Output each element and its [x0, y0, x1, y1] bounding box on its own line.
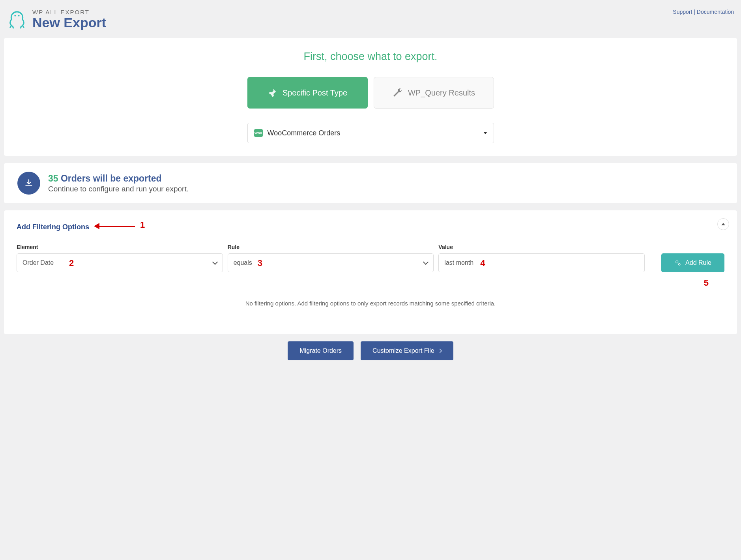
wrench-icon	[392, 88, 402, 98]
octopus-logo	[7, 9, 27, 29]
value-label: Value	[438, 244, 645, 250]
chevron-right-icon	[438, 349, 442, 353]
annotation-4: 4	[480, 258, 485, 268]
choose-panel: First, choose what to export. Specific P…	[4, 38, 737, 156]
specific-post-type-button[interactable]: Specific Post Type	[247, 77, 368, 109]
filter-heading: Add Filtering Options	[17, 223, 89, 231]
summary-title: 35 Orders will be exported	[48, 173, 189, 184]
annotation-3: 3	[258, 258, 262, 268]
gears-icon	[674, 259, 681, 266]
summary-panel: 35 Orders will be exported Continue to c…	[4, 163, 737, 203]
woo-icon: Woo	[254, 129, 263, 137]
annotation-5: 5	[704, 278, 709, 288]
migrate-orders-button[interactable]: Migrate Orders	[288, 341, 354, 360]
no-filters-text: No filtering options. Add filtering opti…	[17, 300, 724, 307]
annotation-1: 1	[140, 220, 145, 230]
collapse-button[interactable]	[717, 218, 729, 230]
summary-subtitle: Continue to configure and run your expor…	[48, 185, 189, 193]
rule-label: Rule	[228, 244, 434, 250]
support-link[interactable]: Support	[673, 9, 692, 15]
value-input[interactable]: last month 4	[438, 253, 645, 272]
brand-label: WP ALL EXPORT	[32, 9, 106, 15]
pin-icon	[268, 88, 277, 97]
svg-point-2	[676, 261, 678, 263]
wp-query-results-button[interactable]: WP_Query Results	[374, 77, 494, 109]
chevron-down-icon	[423, 259, 429, 265]
header-links: Support | Documentation	[673, 9, 734, 15]
annotation-arrow-1	[94, 223, 135, 229]
filter-panel: Add Filtering Options 1 Element Order Da…	[4, 210, 737, 334]
element-select[interactable]: Order Date 2	[17, 253, 223, 272]
footer-buttons: Migrate Orders Customize Export File	[4, 341, 737, 362]
chevron-up-icon	[721, 223, 725, 225]
annotation-2: 2	[69, 258, 74, 268]
chevron-down-icon	[483, 132, 487, 134]
customize-export-button[interactable]: Customize Export File	[361, 341, 453, 360]
page-header: WP ALL EXPORT New Export Support | Docum…	[4, 4, 737, 38]
documentation-link[interactable]: Documentation	[697, 9, 734, 15]
post-type-select[interactable]: Woo WooCommerce Orders	[247, 123, 494, 143]
svg-point-3	[679, 264, 681, 266]
svg-point-1	[18, 15, 20, 17]
svg-point-0	[14, 15, 16, 17]
download-badge	[17, 172, 40, 195]
rule-select[interactable]: equals 3	[228, 253, 434, 272]
download-icon	[24, 178, 34, 188]
page-title: New Export	[32, 15, 106, 30]
element-label: Element	[17, 244, 223, 250]
post-type-select-label: WooCommerce Orders	[268, 129, 483, 137]
choose-heading: First, choose what to export.	[17, 51, 724, 63]
add-rule-button[interactable]: Add Rule	[661, 253, 724, 272]
chevron-down-icon	[212, 259, 218, 265]
